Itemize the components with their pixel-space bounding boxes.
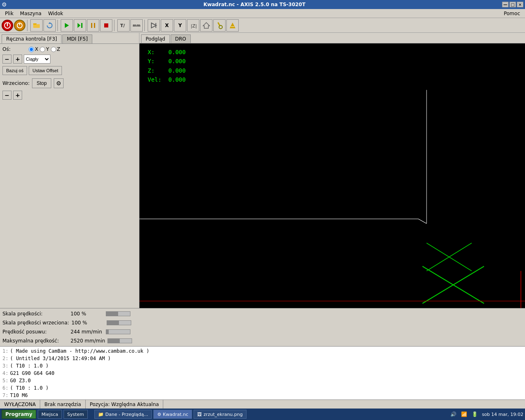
gcode-area[interactable]: 1:( Made using CamBam - http://www.camba… <box>0 346 525 399</box>
axis-y-radio[interactable] <box>40 47 45 52</box>
bottom-status-bar: WYŁĄCZONA Brak narzędzia Pozycja: Względ… <box>0 399 525 409</box>
speed-scale-label: Skala prędkości: <box>2 311 68 317</box>
canvas-area[interactable]: X: 0.000 Y: 0.000 Z: 0.000 Vel: 0.000 <box>139 43 525 308</box>
axis-z-label: Z <box>57 46 60 52</box>
speed-scale-bar[interactable] <box>106 311 130 316</box>
taskbar-tray: 🔊 📶 🔋 sob 14 mar, 19:02 <box>450 411 523 418</box>
gcode-line-3: 3:( T10 : 1.0 ) <box>2 362 523 370</box>
touchoff-button[interactable]: T/ <box>117 19 130 32</box>
tray-icon-1[interactable]: 🔊 <box>450 411 457 418</box>
sep3 <box>114 20 116 31</box>
home-button[interactable] <box>200 19 212 32</box>
menu-help[interactable]: Pomoc <box>500 10 523 17</box>
svg-marker-9 <box>78 23 80 28</box>
close-button[interactable]: ✕ <box>517 2 523 7</box>
spindle-scale-row: Skala prędkości wrzeciona: 100 % <box>2 318 523 327</box>
tray-icon-2[interactable]: 📶 <box>461 411 468 418</box>
axis-x-radio[interactable] <box>29 47 34 52</box>
maximize-button[interactable]: □ <box>509 2 516 7</box>
home-axis-button[interactable]: Bazuj oś <box>2 66 27 75</box>
tool-change-button[interactable] <box>213 19 226 32</box>
run-button[interactable] <box>61 19 73 32</box>
step-button[interactable] <box>74 19 86 32</box>
axis-x-label: X <box>35 46 38 52</box>
tab-mdi[interactable]: MDI [F5] <box>62 34 92 43</box>
units-button[interactable]: mm <box>130 19 143 32</box>
content-row: Ręczna kontrola [F3] MDI [F5] Oś: X Y <box>0 33 525 308</box>
left-tab-bar: Ręczna kontrola [F3] MDI [F5] <box>0 33 139 43</box>
svg-marker-8 <box>65 23 69 28</box>
spindle-settings-button[interactable]: ⚙ <box>54 78 64 88</box>
minimize-button[interactable]: — <box>502 2 509 7</box>
svg-marker-18 <box>203 23 210 28</box>
menu-view[interactable]: Widok <box>45 10 66 17</box>
screenshot-icon: 🖼 <box>197 412 202 417</box>
menu-file[interactable]: Plik <box>2 10 17 17</box>
zero-z-button[interactable]: |Z| <box>187 19 199 32</box>
axis-label: Oś: <box>2 46 27 52</box>
menu-machine[interactable]: Maszyna <box>17 10 45 17</box>
taskbar-task-kwadrat[interactable]: ⚙ Kwadrat.nc <box>153 410 192 419</box>
titlebar-title: Kwadrat.nc - AXIS 2.5.0 na TS-3020T <box>7 2 502 7</box>
feed-rate-bar[interactable] <box>106 329 130 334</box>
gcode-line-4: 4:G21 G90 G64 G40 <box>2 370 523 377</box>
spindle-scale-value: 100 % <box>71 320 104 326</box>
taskbar-system[interactable]: System <box>64 410 88 419</box>
jog-mode-select[interactable]: Ciągły Krokowy <box>24 55 50 64</box>
zero-y-button[interactable]: Y <box>174 19 186 32</box>
spindle-label: Wrzeciono: <box>2 80 30 86</box>
estop-button[interactable] <box>2 20 13 31</box>
axis-y-option[interactable]: Y <box>40 46 49 52</box>
tab-manual-control[interactable]: Ręczna kontrola [F3] <box>2 34 62 43</box>
toolbar: T/ mm X Y |Z| <box>0 18 525 33</box>
axis-x-option[interactable]: X <box>29 46 38 52</box>
taskbar: Programy Miejsca System 📁 Dane - Przeglą… <box>0 409 525 420</box>
axis-row: Oś: X Y Z <box>2 46 137 52</box>
tray-icon-3[interactable]: 🔋 <box>471 411 479 418</box>
taskbar-miejsca[interactable]: Miejsca <box>38 410 62 419</box>
pause-button[interactable] <box>87 19 99 32</box>
jog-inc-button[interactable]: + <box>13 55 22 64</box>
left-panel: Ręczna kontrola [F3] MDI [F5] Oś: X Y <box>0 33 139 308</box>
max-speed-bar[interactable] <box>107 338 132 343</box>
set-offset-button[interactable]: Ustaw Offset <box>29 66 62 75</box>
speed-scale-value: 100 % <box>71 311 103 317</box>
reload-button[interactable] <box>43 19 56 32</box>
svg-rect-13 <box>104 23 108 27</box>
feed-rate-value: 244 mm/min <box>71 329 103 335</box>
taskbar-task-file-manager[interactable]: 📁 Dane - Przeglądą... <box>94 410 152 419</box>
taskbar-programy[interactable]: Programy <box>2 410 36 419</box>
max-speed-label: Maksymalna prędkość: <box>2 338 68 344</box>
kwadrat-icon: ⚙ <box>157 412 161 417</box>
status-bars: Skala prędkości: 100 % Skala prędkości w… <box>0 308 525 346</box>
viewport-tab-bar: Podgląd DRO <box>139 33 525 43</box>
menubar: Plik Maszyna Widok Pomoc <box>0 9 525 18</box>
svg-text:|Z|: |Z| <box>191 23 197 29</box>
clock-display: sob 14 mar, 19:02 <box>482 412 523 417</box>
svg-text:T/: T/ <box>120 23 126 28</box>
spindle-speed-row: − + <box>2 91 137 100</box>
svg-line-24 <box>418 219 427 224</box>
spindle-speed-dec-button[interactable]: − <box>2 91 11 100</box>
highlight-button[interactable] <box>226 19 239 32</box>
jog-dec-button[interactable]: − <box>2 55 11 64</box>
gcode-line-7: 7:T10 M6 <box>2 392 523 399</box>
feed-rate-row: Prędkość posuwu: 244 mm/min <box>2 327 523 336</box>
stop-toolbar-button[interactable] <box>100 19 112 32</box>
spindle-stop-button[interactable]: Stop <box>32 78 51 88</box>
svg-rect-11 <box>91 23 92 28</box>
spindle-speed-inc-button[interactable]: + <box>13 91 22 100</box>
spindle-scale-bar[interactable] <box>107 320 131 325</box>
tab-dro[interactable]: DRO <box>171 34 191 43</box>
taskbar-task-screenshot[interactable]: 🖼 zrzut_ekranu.png <box>194 410 247 419</box>
power-button[interactable] <box>14 20 25 31</box>
open-file-button[interactable] <box>30 19 43 32</box>
max-speed-value: 2520 mm/min <box>71 338 105 344</box>
axis-z-option[interactable]: Z <box>51 46 60 52</box>
axis-z-radio[interactable] <box>51 47 56 52</box>
gcode-line-5: 5:G0 Z3.0 <box>2 377 523 384</box>
svg-rect-12 <box>94 23 95 28</box>
zero-x-button[interactable]: X <box>161 19 173 32</box>
tab-preview[interactable]: Podgląd <box>141 34 170 43</box>
touchoff2-button[interactable] <box>148 19 160 32</box>
